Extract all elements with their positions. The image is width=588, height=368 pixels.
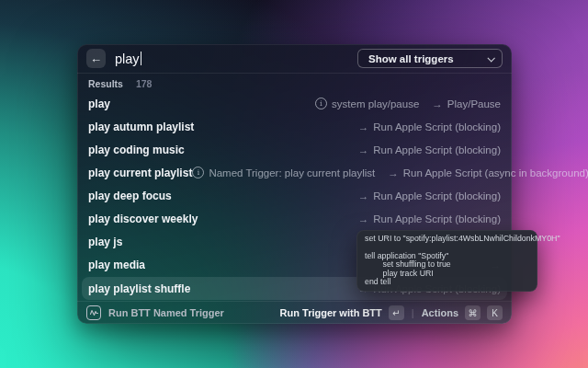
trigger-name: play autumn playlist — [88, 121, 194, 133]
command-key-icon: ⌘ — [469, 308, 478, 318]
trigger-info: Named Trigger: play current playlist — [209, 167, 375, 178]
trigger-type-label: Run BTT Named Trigger — [108, 307, 224, 318]
trigger-info: system play/pause — [332, 98, 419, 109]
trigger-name: play playlist shuffle — [88, 282, 190, 295]
btt-search-window: ← play Show all triggers Results 178 pla… — [77, 44, 512, 324]
chevron-down-icon — [487, 54, 494, 62]
k-key-label: K — [492, 308, 498, 318]
trigger-action: Run Apple Script (blocking) — [373, 213, 501, 224]
return-key-icon: ↵ — [392, 308, 400, 318]
k-key-badge: K — [487, 305, 503, 320]
search-input[interactable]: play — [115, 52, 357, 66]
trigger-row[interactable]: play discover weekly → Run Apple Script … — [77, 207, 512, 230]
show-all-triggers-dropdown[interactable]: Show all triggers — [357, 49, 503, 68]
arrow-right-icon: → — [432, 98, 443, 109]
trigger-action: Run Apple Script (blocking) — [373, 190, 501, 201]
trigger-name: play current playlist — [88, 167, 192, 179]
arrow-right-icon: → — [358, 144, 369, 155]
trigger-action: Play/Pause — [447, 98, 501, 109]
text-cursor — [141, 52, 142, 65]
trigger-name: play deep focus — [88, 190, 172, 202]
command-key-badge: ⌘ — [465, 305, 481, 320]
arrow-right-icon: → — [358, 213, 369, 224]
results-label: Results — [88, 78, 123, 89]
trigger-row[interactable]: play autumn playlist → Run Apple Script … — [77, 115, 512, 138]
search-bar: ← play Show all triggers — [77, 44, 512, 74]
tooltip-line: end tell — [365, 278, 529, 286]
applescript-tooltip: set URI to "spotify:playlist:4WsbLNwhilC… — [356, 230, 537, 292]
run-trigger-label[interactable]: Run Trigger with BTT — [280, 307, 382, 318]
return-key-badge: ↵ — [389, 305, 404, 320]
arrow-right-icon: → — [388, 167, 399, 178]
trigger-name: play coding music — [88, 144, 185, 156]
trigger-row[interactable]: play current playlist i Named Trigger: p… — [77, 161, 512, 184]
back-arrow-icon: ← — [90, 52, 102, 65]
trigger-action: Run Apple Script (blocking) — [373, 144, 501, 155]
arrow-right-icon: → — [358, 121, 369, 132]
back-button[interactable]: ← — [86, 49, 106, 68]
trigger-name: play js — [88, 236, 122, 248]
trigger-name: play media — [88, 259, 145, 271]
footer-bar: Run BTT Named Trigger Run Trigger with B… — [77, 301, 512, 324]
results-header: Results 178 — [77, 75, 512, 91]
arrow-right-icon: → — [358, 190, 369, 201]
tooltip-line: set URI to "spotify:playlist:4WsbLNwhilC… — [365, 235, 529, 243]
trigger-row[interactable]: play coding music → Run Apple Script (bl… — [77, 138, 512, 161]
results-count: 178 — [136, 78, 153, 89]
info-icon: i — [192, 167, 204, 178]
trigger-row[interactable]: play i system play/pause → Play/Pause — [77, 92, 512, 115]
trigger-name: play — [88, 98, 110, 110]
actions-button[interactable]: Actions — [422, 307, 458, 318]
trigger-name: play discover weekly — [88, 213, 198, 225]
trigger-row[interactable]: play deep focus → Run Apple Script (bloc… — [77, 184, 512, 207]
dropdown-selected-value: Show all triggers — [368, 53, 454, 64]
search-input-value: play — [115, 52, 140, 66]
trigger-action: Run Apple Script (async in background) — [403, 167, 588, 178]
btt-app-icon — [86, 305, 101, 320]
info-icon: i — [315, 98, 327, 109]
trigger-action: Run Apple Script (blocking) — [373, 121, 501, 132]
